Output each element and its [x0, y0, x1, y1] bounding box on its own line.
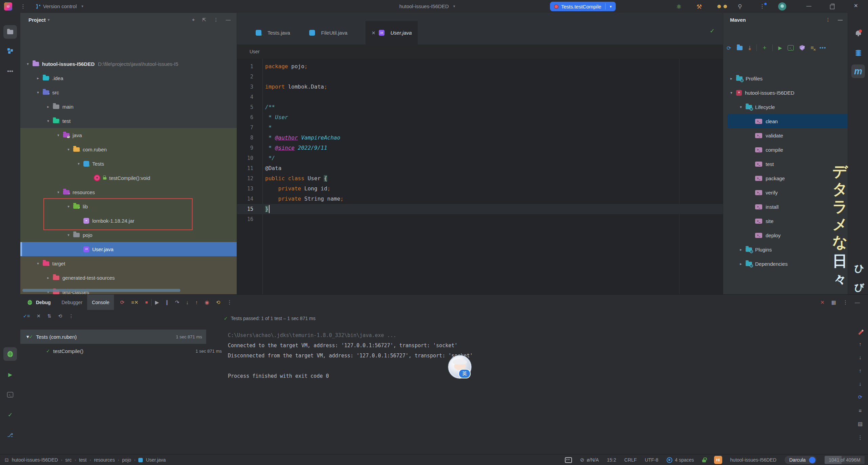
tree-chevron-icon[interactable]: ▸	[45, 276, 52, 280]
run-tool-button[interactable]: ▶	[3, 368, 17, 382]
maven-tree-item-profiles[interactable]: ▸Profiles	[723, 71, 848, 86]
caret-position[interactable]: 15:2	[607, 457, 616, 463]
mute-list-icon[interactable]: ≡✕	[810, 45, 813, 51]
vcs-widget[interactable]: Version control ▾	[36, 3, 83, 9]
filter-passed-icon[interactable]: ✓≡	[23, 313, 30, 319]
ime-language-badge[interactable]: 英	[458, 369, 471, 378]
plugin-atom-icon[interactable]: ⚛	[676, 3, 682, 11]
project-tree-item[interactable]: ▾•com.ruben	[20, 142, 237, 156]
tree-chevron-icon[interactable]: ▸	[45, 105, 52, 109]
project-tree-item[interactable]: ▸▪.idea	[20, 71, 237, 85]
tree-chevron-icon[interactable]: ▾	[728, 91, 735, 95]
maven-tree-item-package[interactable]: >_package	[723, 171, 848, 185]
scroll-down-icon[interactable]: ↓	[859, 381, 862, 387]
step-over-icon[interactable]: ↷	[175, 299, 179, 305]
hide-panel-icon[interactable]: —	[855, 299, 860, 305]
run-maven-goal-icon[interactable]: ▶	[778, 45, 782, 51]
terminal-tool-button[interactable]: >_	[3, 388, 17, 402]
commit-tool-button[interactable]	[3, 44, 17, 58]
coverage-indicator[interactable]: ⊘ø/N/A	[580, 457, 599, 463]
tab-debugger[interactable]: Debugger	[57, 295, 87, 310]
tree-chevron-icon[interactable]: ▾	[65, 147, 72, 152]
record-icon[interactable]: ◉	[205, 299, 209, 305]
status-breadcrumb-item[interactable]: resources	[94, 457, 115, 463]
main-menu-icon[interactable]: ⋮	[20, 3, 26, 10]
test-result-row[interactable]: ▾✓Tests (com.ruben)1 sec 871 ms	[20, 330, 206, 344]
code-with-me-users-icon[interactable]: ☻☻	[716, 3, 728, 10]
mute-breakpoints-icon[interactable]: ≡✕	[131, 299, 138, 305]
search-icon[interactable]: ⚲	[738, 3, 742, 10]
database-tool-button[interactable]	[851, 46, 865, 60]
tree-chevron-icon[interactable]: ▸	[35, 76, 41, 80]
more-actions-icon[interactable]: •••	[820, 45, 826, 51]
project-tree-item[interactable]: ▾✓Tests	[20, 156, 237, 171]
build-tools-icon[interactable]: ⚒	[696, 3, 702, 11]
options-kebab-icon[interactable]: ⋮	[843, 299, 848, 305]
sync-folder-icon[interactable]	[737, 46, 743, 50]
breadcrumb[interactable]: User	[250, 49, 260, 54]
window-minimize-button[interactable]: —	[806, 3, 811, 8]
window-restore-button[interactable]	[830, 5, 834, 9]
copilot-icon[interactable]	[565, 457, 572, 463]
status-breadcrumb-item[interactable]: hutool-issues-I56DED	[12, 457, 58, 463]
test-result-row[interactable]: ✓testCompile()1 sec 871 ms	[20, 344, 226, 358]
maven-tree-item-lifecycle[interactable]: ▾Lifecycle	[723, 100, 848, 114]
ime-status-badge[interactable]: HI	[714, 456, 722, 464]
close-tab-icon[interactable]: ✕	[372, 30, 376, 36]
maven-tool-button[interactable]: m	[851, 64, 865, 78]
hide-panel-icon[interactable]: —	[226, 17, 231, 22]
download-sources-icon[interactable]: ⤓	[748, 45, 751, 51]
pause-icon[interactable]: ∥	[166, 299, 169, 305]
reload-maven-icon[interactable]: ⟳	[727, 45, 731, 51]
kebab-icon[interactable]: ⋮	[858, 434, 863, 441]
chevron-down-icon[interactable]: ▾	[48, 18, 50, 22]
rerun-icon[interactable]: ⟳	[120, 299, 124, 305]
tree-chevron-icon[interactable]: ▾	[24, 62, 31, 66]
maven-tree-item-clean[interactable]: >_clean	[727, 114, 848, 128]
loop-icon[interactable]: ⟲	[216, 299, 220, 305]
project-tree-item[interactable]: ▾✓lib	[20, 199, 237, 213]
step-out-icon[interactable]: ↑	[195, 299, 198, 305]
restore-layout-icon[interactable]: ⟳	[858, 394, 863, 400]
up-stacktrace-icon[interactable]: ↑	[859, 341, 862, 347]
filter-ignored-icon[interactable]: ✕	[37, 313, 41, 319]
settings-kebab-icon[interactable]: ⋮	[760, 3, 765, 10]
resume-icon[interactable]: ▶	[155, 299, 159, 305]
horizontal-scrollbar[interactable]	[22, 289, 180, 292]
maven-tree-item-dependencies[interactable]: ▸Dependencies	[723, 257, 848, 271]
encoding[interactable]: UTF-8	[645, 457, 658, 463]
unlock-icon[interactable]	[702, 460, 706, 462]
project-tree-item[interactable]: ▾‹›src	[20, 85, 237, 99]
project-tool-button[interactable]	[3, 25, 17, 39]
status-breadcrumb-item[interactable]: src	[65, 457, 72, 463]
layout-settings-icon[interactable]: ▦	[831, 299, 836, 305]
git-branch-indicator[interactable]: hutool-issues-I56DED	[730, 457, 776, 463]
tree-chevron-icon[interactable]: ▾	[45, 119, 52, 123]
tree-chevron-icon[interactable]: ▾	[35, 90, 41, 95]
indent-indicator[interactable]: 4 spaces	[667, 457, 694, 463]
add-maven-project-icon[interactable]: +	[763, 44, 766, 52]
close-panel-icon[interactable]: ✕	[820, 299, 825, 305]
tree-chevron-icon[interactable]: ▾	[75, 162, 82, 166]
tree-chevron-icon[interactable]: ▸	[728, 76, 735, 81]
collapse-all-icon[interactable]: ⇱	[202, 17, 206, 22]
tree-chevron-icon[interactable]: ▾	[65, 204, 72, 209]
maven-tree-item-test[interactable]: >_test	[723, 157, 848, 171]
memory-indicator[interactable]: 1041 of 4096M	[825, 456, 865, 464]
project-tree-item[interactable]: ▾→target	[20, 256, 237, 271]
project-tree-item[interactable]: ▸main	[20, 99, 237, 114]
project-tree-item[interactable]: ▬lombok-1.18.24.jar	[20, 213, 237, 228]
ime-avatar-widget[interactable]: 英	[448, 355, 473, 380]
run-configuration-widget[interactable]: Tests.testCompile ▾	[550, 2, 616, 11]
user-avatar[interactable]	[778, 2, 786, 11]
project-tree-item[interactable]: ▾☕java	[20, 128, 237, 142]
debug-tool-button[interactable]	[3, 347, 17, 361]
step-into-icon[interactable]: ↓	[186, 299, 189, 305]
maven-tree-item-site[interactable]: >_site	[723, 214, 848, 228]
project-tree-item[interactable]: ✦testCompile():void	[20, 171, 237, 185]
tree-chevron-icon[interactable]: ▾	[55, 190, 62, 194]
line-ending[interactable]: CRLF	[624, 457, 637, 463]
editor-tab-user-java[interactable]: ✕10User.java	[366, 21, 418, 45]
down-stacktrace-icon[interactable]: ↓	[859, 354, 862, 360]
project-tree-item[interactable]: ▾▪hutool-issues-I56DEDD:\file\projects\j…	[20, 57, 237, 71]
